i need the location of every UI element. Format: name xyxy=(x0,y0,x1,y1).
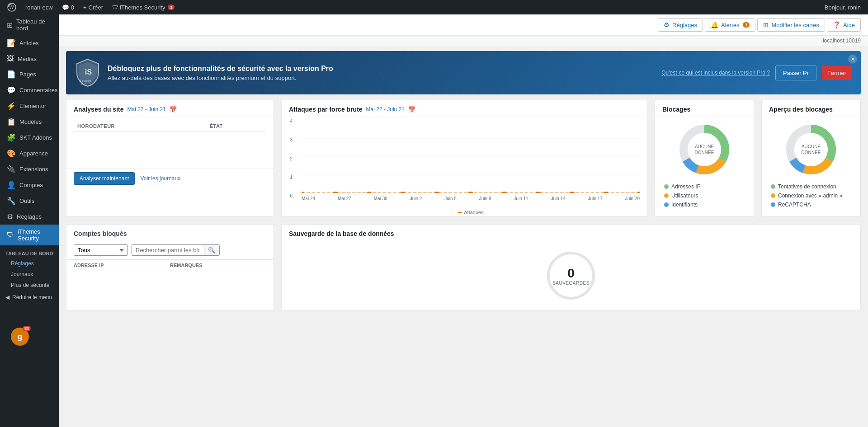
promo-banner: iS Security Pro Débloquez plus de foncti… xyxy=(66,51,861,94)
promo-shield-icon: iS Security Pro xyxy=(75,58,100,87)
blockings-overview-card: Aperçu des blocages AUCUNEDONNÉE xyxy=(761,100,861,217)
main-row: Analyses du site Mai 22 - Juin 21 📅 HORO… xyxy=(66,100,861,217)
extensions-icon: 🔌 xyxy=(7,165,16,174)
sidebar-label-elementor: Elementor xyxy=(19,103,46,109)
sidebar-label-skt-addons: SKT Addons xyxy=(19,134,52,141)
sub-item-reglages[interactable]: Réglages xyxy=(0,258,59,269)
sidebar-item-articles[interactable]: 📝 Articles xyxy=(0,35,59,51)
sidebar-label-reglages: Réglages xyxy=(17,213,42,220)
legend-identifiants: Identifiants xyxy=(660,200,748,209)
analyses-date[interactable]: Mai 22 - Juin 21 xyxy=(127,106,166,113)
blocked-filter-select[interactable]: Tous xyxy=(74,244,128,256)
sidebar-item-elementor[interactable]: ⚡ Elementor xyxy=(0,98,59,114)
help-icon: ❓ xyxy=(833,21,840,28)
reduce-icon: ◀ xyxy=(5,294,9,300)
apparence-icon: 🎨 xyxy=(7,149,16,158)
sidebar-item-reglages[interactable]: ⚙ Réglages xyxy=(0,209,59,225)
blockings-title: Blocages xyxy=(662,106,690,113)
alerts-header-btn[interactable]: 🔔 Alertes 1 xyxy=(705,18,755,32)
site-name-item[interactable]: ronan-ecw xyxy=(22,0,57,14)
svg-point-16 xyxy=(502,192,507,193)
sidebar-label-outils: Outils xyxy=(19,197,34,204)
blocked-filters: Tous 🔍 xyxy=(66,241,274,259)
svg-point-13 xyxy=(401,192,406,193)
backup-circle-center: 0 SAUVEGARDES xyxy=(552,266,590,286)
svg-text:Pro: Pro xyxy=(81,83,86,86)
reduce-menu-btn[interactable]: ◀ Réduire le menu xyxy=(0,291,59,304)
create-label: Créer xyxy=(89,4,104,11)
promo-link[interactable]: Qu'est-ce qui est inclus dans la version… xyxy=(661,70,770,76)
server-text: localhost:10019 xyxy=(823,38,861,44)
backup-header: Sauvegarde de la base de données xyxy=(282,225,860,241)
sidebar-item-apparence[interactable]: 🎨 Apparence xyxy=(0,145,59,161)
alerts-icon: 🔔 xyxy=(711,21,718,28)
promo-pro-btn[interactable]: Passer Pr xyxy=(775,66,816,80)
wp-logo-item[interactable]: W xyxy=(4,0,20,14)
sidebar-item-pages[interactable]: 📄 Pages xyxy=(0,66,59,82)
sidebar-item-modeles[interactable]: 📋 Modèles xyxy=(0,114,59,130)
attacks-legend-label: Attaques xyxy=(464,210,483,215)
analyses-footer: Analyser maintenant Voir les journaux xyxy=(66,168,274,190)
blocked-search-input[interactable] xyxy=(132,244,204,256)
blocked-accounts-card: Comptes bloqués Tous 🔍 ADRESSE IP xyxy=(66,224,274,310)
ithemes-item[interactable]: 🛡 iThemes Security 1 xyxy=(108,0,178,14)
view-logs-btn[interactable]: Voir les journaux xyxy=(138,173,182,184)
promo-close-btn[interactable]: Fermer xyxy=(822,66,852,80)
user-avatar-wrap[interactable]: g 52 xyxy=(5,335,24,353)
sidebar-item-extensions[interactable]: 🔌 Extensions xyxy=(0,161,59,177)
ithemes-badge: 1 xyxy=(168,5,175,10)
modify-cards-btn[interactable]: ⊞ Modifier les cartes xyxy=(757,18,825,32)
ip-dot xyxy=(664,184,669,189)
ithemes-label: iThemes Security xyxy=(120,4,165,11)
sidebar-item-skt-addons[interactable]: 🧩 SKT Addons xyxy=(0,130,59,145)
chart-svg xyxy=(302,121,640,193)
users-dot xyxy=(664,193,669,198)
sidebar-label-medias: Médias xyxy=(18,56,37,62)
svg-point-10 xyxy=(302,192,304,193)
settings-icon: ⚙ xyxy=(7,212,13,221)
top-header: ⚙ Réglages 🔔 Alertes 1 ⊞ Modifier les ca… xyxy=(59,14,868,36)
promo-x-btn[interactable]: ✕ xyxy=(848,55,857,64)
sub-item-plus-securite[interactable]: Plus de sécurité xyxy=(0,280,59,291)
sidebar-item-outils[interactable]: 🔧 Outils xyxy=(0,193,59,209)
sidebar-item-commentaires[interactable]: 💬 Commentaires xyxy=(0,82,59,98)
identifiants-dot xyxy=(664,202,669,207)
sidebar-item-medias[interactable]: 🖼 Médias xyxy=(0,51,59,66)
backup-count: 0 xyxy=(552,266,590,281)
blocked-search-wrap: 🔍 xyxy=(132,244,220,256)
main-content: ⚙ Réglages 🔔 Alertes 1 ⊞ Modifier les ca… xyxy=(59,14,868,427)
brute-force-calendar-icon[interactable]: 📅 xyxy=(408,106,415,113)
sidebar-item-ithemes[interactable]: 🛡 iThemes Security xyxy=(0,225,59,245)
sidebar-label-tableau-de-bord: Tableau de bord xyxy=(16,18,53,32)
brute-force-card: Attaques par force brute Mai 22 - Juin 2… xyxy=(281,100,647,217)
analyses-header: Analyses du site Mai 22 - Juin 21 📅 xyxy=(66,100,274,117)
svg-text:iS: iS xyxy=(85,68,92,76)
sub-item-journaux[interactable]: Journaux xyxy=(0,269,59,280)
bottom-row: Comptes bloqués Tous 🔍 ADRESSE IP xyxy=(66,224,861,310)
help-btn[interactable]: ❓ Aide xyxy=(827,18,861,32)
sidebar-label-modeles: Modèles xyxy=(19,118,42,125)
legend-connexion: Tentatives de connexion xyxy=(767,182,855,191)
attacks-legend-item: Attaques xyxy=(458,210,483,215)
analyses-col-timestamp: HORODATEUR xyxy=(74,121,206,132)
comments-count: 0 xyxy=(71,4,74,11)
sidebar: ⊞ Tableau de bord 📝 Articles 🖼 Médias 📄 … xyxy=(0,14,59,427)
blocked-search-btn[interactable]: 🔍 xyxy=(204,244,220,256)
outils-icon: 🔧 xyxy=(7,197,16,205)
admin-label: Connexion avec « admin » xyxy=(778,192,842,199)
promo-actions: Qu'est-ce qui est inclus dans la version… xyxy=(661,66,852,80)
brute-force-title: Attaques par force brute xyxy=(289,106,363,113)
user-avatar[interactable]: g 52 xyxy=(11,328,29,346)
settings-header-btn[interactable]: ⚙ Réglages xyxy=(658,18,703,32)
create-item[interactable]: + Créer xyxy=(80,0,107,14)
calendar-icon[interactable]: 📅 xyxy=(170,106,177,113)
comments-item[interactable]: 💬 0 xyxy=(58,0,78,14)
sidebar-item-tableau-de-bord[interactable]: ⊞ Tableau de bord xyxy=(0,14,59,35)
scan-now-btn[interactable]: Analyser maintenant xyxy=(74,172,135,185)
brute-force-date[interactable]: Mai 22 - Juin 21 xyxy=(366,106,405,113)
analyses-scroll[interactable]: HORODATEUR ÉTAT xyxy=(66,121,274,132)
sidebar-item-comptes[interactable]: 👤 Comptes xyxy=(0,177,59,193)
legend-users: Utilisateurs xyxy=(660,191,748,200)
backup-circle-wrap: 0 SAUVEGARDES xyxy=(544,249,598,303)
overview-donut: AUCUNEDONNÉE Tentatives de connexion Con… xyxy=(762,117,860,215)
